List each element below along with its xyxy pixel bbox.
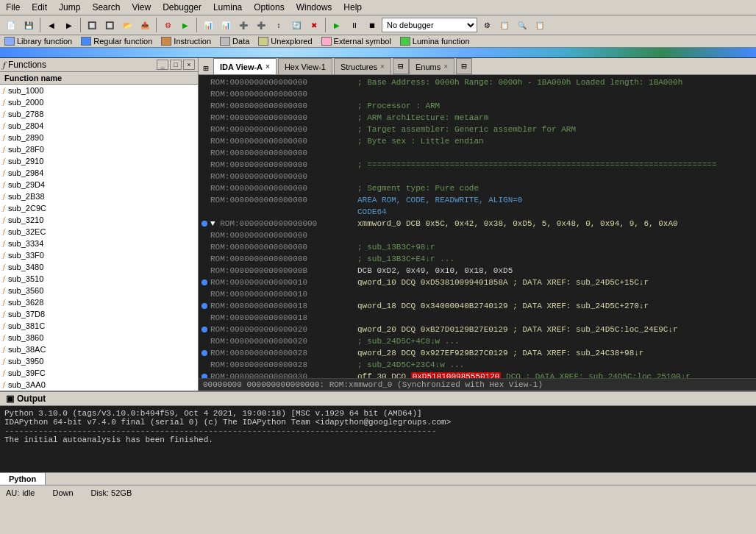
menu-file[interactable]: File	[3, 1, 23, 13]
function-item[interactable]: 𝑓sub_2788	[0, 108, 198, 120]
function-item[interactable]: 𝑓sub_3560	[0, 285, 198, 296]
code-line[interactable]: ROM:0000000000000020 ; sub_24D5C+4C8↓w .…	[199, 335, 756, 347]
code-line[interactable]: ROM:0000000000000000; ARM architecture: …	[199, 112, 756, 124]
function-item[interactable]: 𝑓sub_33F0	[0, 249, 198, 261]
function-item[interactable]: 𝑓sub_2C9C	[0, 202, 198, 214]
function-item[interactable]: 𝑓sub_3510	[0, 273, 198, 285]
btn5[interactable]: 📂	[119, 17, 135, 33]
tab-ida-view-a[interactable]: IDA View-A ×	[213, 58, 277, 74]
output-tab-python[interactable]: Python	[0, 473, 46, 485]
code-line[interactable]: ROM:0000000000000000; Segment type: Pure…	[199, 182, 756, 194]
code-line[interactable]: ROM:0000000000000000; Target assembler: …	[199, 124, 756, 135]
function-item[interactable]: 𝑓sub_3AA0	[0, 379, 198, 391]
function-item[interactable]: 𝑓sub_381C	[0, 320, 198, 332]
code-line[interactable]: CODE64	[199, 206, 756, 218]
debug-run[interactable]: ▶	[329, 17, 345, 33]
code-line[interactable]: ROM:0000000000000000	[199, 171, 756, 182]
tab-ida-close[interactable]: ×	[265, 63, 270, 71]
menu-edit[interactable]: Edit	[29, 1, 50, 13]
btn3[interactable]: 🔲	[84, 17, 100, 33]
code-line[interactable]: ROM:0000000000000030off_30 DCQ 0xD518100…	[199, 371, 756, 378]
function-item[interactable]: 𝑓sub_37D8	[0, 308, 198, 320]
tab-enums[interactable]: Enums ×	[409, 58, 454, 74]
code-line[interactable]: ROM:0000000000000020qword_20 DCQ 0xB27D0…	[199, 324, 756, 335]
tab-enums-icon[interactable]: ⊟	[456, 58, 472, 74]
function-item[interactable]: 𝑓sub_39FC	[0, 367, 198, 379]
function-item[interactable]: 𝑓sub_2984	[0, 167, 198, 179]
tab-structures-icon[interactable]: ⊟	[393, 58, 409, 74]
menu-windows[interactable]: Windows	[293, 1, 335, 13]
stop-btn[interactable]: ✖	[306, 17, 322, 33]
function-item[interactable]: 𝑓sub_3860	[0, 332, 198, 343]
code-line[interactable]: ROM:000000000000000B DCB 0xD2, 0x49, 0x1…	[199, 265, 756, 277]
code-line[interactable]: ROM:0000000000000018	[199, 312, 756, 324]
code-line[interactable]: ROM:0000000000000000	[199, 229, 756, 241]
function-item[interactable]: 𝑓sub_1000	[0, 85, 198, 96]
btn12[interactable]: 🔄	[288, 17, 304, 33]
save-btn[interactable]: 💾	[21, 17, 37, 33]
btn9[interactable]: ➕	[235, 17, 252, 33]
code-line[interactable]: ▼ ROM:0000000000000000xmmword_0 DCB 0x5C…	[199, 218, 756, 229]
code-line[interactable]: ROM:0000000000000000	[199, 88, 756, 100]
menu-help[interactable]: Help	[340, 1, 365, 13]
menu-jump[interactable]: Jump	[56, 1, 83, 13]
menu-options[interactable]: Options	[251, 1, 287, 13]
btn15[interactable]: 📋	[532, 17, 548, 33]
code-scroll[interactable]: ROM:0000000000000000; Base Address: 0000…	[199, 75, 756, 378]
function-item[interactable]: 𝑓sub_2890	[0, 132, 198, 143]
assemble-btn[interactable]: ⚙	[160, 17, 176, 33]
function-item[interactable]: 𝑓sub_3480	[0, 261, 198, 273]
fwd-btn[interactable]: ▶	[61, 17, 77, 33]
code-line[interactable]: ROM:0000000000000018qword_18 DCQ 0x34000…	[199, 300, 756, 312]
btn4[interactable]: 🔲	[101, 17, 118, 33]
btn10[interactable]: ➕	[253, 17, 269, 33]
panel-minimize[interactable]: _	[157, 60, 168, 70]
code-line[interactable]: ROM:0000000000000010qword_10 DCQ 0xD5381…	[199, 277, 756, 288]
back-btn[interactable]: ◀	[43, 17, 60, 33]
debug-stop[interactable]: ⏹	[364, 17, 380, 33]
code-line[interactable]: ROM:0000000000000000 ; sub_13B3C+E4↓r ..…	[199, 253, 756, 265]
code-line[interactable]: ROM:0000000000000028 ; sub_24D5C+23C4↓w …	[199, 359, 756, 371]
debugger-select[interactable]: No debugger	[382, 18, 477, 32]
nav-bar[interactable]	[0, 48, 756, 58]
code-line[interactable]: ROM:0000000000000000; ==================…	[199, 159, 756, 171]
tab-structures-close[interactable]: ×	[380, 63, 385, 71]
code-line[interactable]: ROM:0000000000000000; Byte sex : Little …	[199, 135, 756, 147]
function-item[interactable]: 𝑓sub_2910	[0, 155, 198, 167]
code-line[interactable]: ROM:0000000000000000; Processor : ARM	[199, 100, 756, 112]
btn14[interactable]: 🔍	[514, 17, 530, 33]
function-item[interactable]: 𝑓sub_2000	[0, 96, 198, 108]
function-item[interactable]: 𝑓sub_3210	[0, 214, 198, 226]
code-line[interactable]: ROM:0000000000000028qword_28 DCQ 0x927EF…	[199, 347, 756, 359]
btn11[interactable]: ↕	[271, 17, 287, 33]
code-line[interactable]: ROM:0000000000000000 AREA ROM, CODE, REA…	[199, 194, 756, 206]
new-btn[interactable]: 📄	[3, 17, 19, 33]
tab-enums-close[interactable]: ×	[443, 63, 448, 71]
function-item[interactable]: 𝑓sub_32EC	[0, 226, 198, 238]
btn7[interactable]: 📊	[200, 17, 216, 33]
functions-list[interactable]: 𝑓sub_1000𝑓sub_2000𝑓sub_2788𝑓sub_2804𝑓sub…	[0, 85, 198, 391]
function-item[interactable]: 𝑓sub_38AC	[0, 343, 198, 355]
btn13[interactable]: 📋	[496, 17, 513, 33]
tab-hex-view-1[interactable]: Hex View-1	[278, 58, 332, 74]
function-item[interactable]: 𝑓sub_28F0	[0, 143, 198, 155]
run-btn[interactable]: ▶	[177, 17, 193, 33]
debugger-options[interactable]: ⚙	[479, 17, 495, 33]
btn8[interactable]: 📊	[218, 17, 234, 33]
panel-maximize[interactable]: □	[170, 60, 182, 70]
code-line[interactable]: ROM:0000000000000000; Base Address: 0000…	[199, 76, 756, 88]
function-item[interactable]: 𝑓sub_3334	[0, 238, 198, 249]
menu-view[interactable]: View	[129, 1, 154, 13]
menu-lumina[interactable]: Lumina	[210, 1, 245, 13]
tab-nav-icon[interactable]: ⊞	[199, 63, 213, 74]
btn6[interactable]: 📤	[137, 17, 153, 33]
debug-pause[interactable]: ⏸	[346, 17, 363, 33]
function-item[interactable]: 𝑓sub_2B38	[0, 191, 198, 202]
code-line[interactable]: ROM:0000000000000000	[199, 147, 756, 159]
menu-debugger[interactable]: Debugger	[160, 1, 204, 13]
function-item[interactable]: 𝑓sub_3628	[0, 296, 198, 308]
function-item[interactable]: 𝑓sub_3950	[0, 355, 198, 367]
code-line[interactable]: ROM:0000000000000000 ; sub_13B3C+98↓r	[199, 241, 756, 253]
function-item[interactable]: 𝑓sub_2804	[0, 120, 198, 132]
code-line[interactable]: ROM:0000000000000010	[199, 288, 756, 300]
